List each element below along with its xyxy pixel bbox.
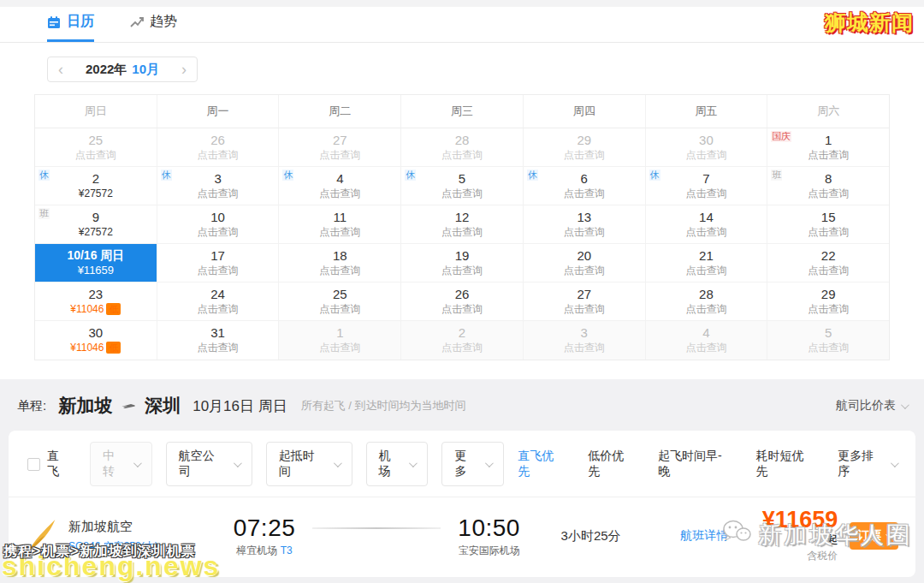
flight-duration: 3小时25分 (532, 528, 649, 544)
departure-block: 07:25 樟宜机场 T3 (222, 515, 308, 558)
transfer-filter-dropdown[interactable]: 中转 (90, 442, 152, 486)
day-query-label: 点击查询 (767, 148, 889, 162)
trip-note: 所有起飞 / 到达时间均为当地时间 (301, 398, 466, 413)
time-filter-label: 起抵时间 (279, 449, 327, 479)
calendar-cell-11[interactable]: 11点击查询 (279, 205, 401, 244)
calendar-cell-14[interactable]: 14点击查询 (646, 205, 768, 244)
calendar-cell-9[interactable]: 班9¥27572 (35, 205, 157, 244)
day-number: 17 (157, 248, 279, 263)
trip-type-label: 单程: (17, 398, 46, 414)
departure-time: 07:25 (222, 515, 308, 542)
calendar-cell-12[interactable]: 12点击查询 (401, 205, 524, 244)
calendar-cell-26[interactable]: 26点击查询 (401, 283, 524, 321)
direct-flight-checkbox[interactable] (27, 458, 40, 471)
calendar-cell-4[interactable]: 休4点击查询 (279, 167, 401, 205)
day-number: 29 (767, 287, 889, 301)
tab-bar: 日历 趋势 (0, 7, 924, 43)
chevron-down-icon (901, 401, 909, 409)
day-query-label: 点击查询 (401, 302, 523, 316)
trip-bar: 单程: 新加坡 深圳 10月16日 周日 所有起飞 / 到达时间均为当地时间 航… (0, 393, 924, 419)
calendar-cell-1[interactable]: 1点击查询 (279, 321, 401, 360)
airport-filter-dropdown[interactable]: 机场 (366, 442, 429, 486)
day-query-label: 点击查询 (524, 264, 645, 277)
calendar-cell-3[interactable]: 休3点击查询 (157, 167, 280, 205)
tax-note: 含税价 (759, 549, 838, 563)
tab-trend[interactable]: 趋势 (130, 13, 177, 42)
day-number: 2 (401, 325, 523, 340)
airline-filter-dropdown[interactable]: 航空公司 (166, 442, 252, 486)
calendar-cell-25[interactable]: 25点击查询 (35, 128, 157, 167)
calendar-week-row: 30¥11046低31点击查询1点击查询2点击查询3点击查询4点击查询5点击查询 (35, 321, 889, 360)
more-filter-dropdown[interactable]: 更多 (441, 442, 504, 486)
calendar-cell-18[interactable]: 18点击查询 (279, 244, 401, 283)
calendar-body: 25点击查询26点击查询27点击查询28点击查询29点击查询30点击查询国庆1点… (35, 128, 889, 360)
calendar-cell-22[interactable]: 22点击查询 (767, 244, 889, 283)
day-number: 20 (524, 248, 645, 263)
day-query-label: 点击查询 (646, 341, 767, 354)
day-number: 4 (646, 325, 767, 340)
top-strip (0, 0, 924, 7)
calendar-cell-29[interactable]: 29点击查询 (524, 128, 646, 167)
day-number: 30 (35, 325, 157, 340)
sort-options: 直飞优先低价优先起飞时间早-晚耗时短优先更多排序 (518, 449, 897, 479)
calendar-cell-17[interactable]: 17点击查询 (157, 244, 280, 283)
calendar-cell-1[interactable]: 国庆1点击查询 (767, 128, 889, 167)
tab-calendar[interactable]: 日历 (47, 13, 94, 42)
calendar-cell-25[interactable]: 25点击查询 (279, 283, 401, 321)
next-month-icon[interactable]: › (181, 62, 187, 77)
day-price: ¥11659 (35, 264, 157, 277)
calendar-cell-3[interactable]: 3点击查询 (524, 321, 646, 360)
day-number: 4 (279, 171, 400, 186)
day-query-label: 点击查询 (279, 302, 400, 316)
sort-option-label: 起飞时间早-晚 (658, 449, 733, 479)
calendar-cell-29[interactable]: 29点击查询 (767, 283, 889, 321)
day-number: 19 (401, 248, 523, 263)
calendar-cell-27[interactable]: 27点击查询 (524, 283, 646, 321)
calendar-cell-30[interactable]: 30¥11046低 (35, 321, 157, 360)
time-filter-dropdown[interactable]: 起抵时间 (266, 442, 352, 486)
day-query-label: 点击查询 (279, 148, 400, 162)
sort-option-起飞时间早-晚[interactable]: 起飞时间早-晚 (658, 449, 733, 479)
calendar-cell-26[interactable]: 26点击查询 (157, 128, 280, 167)
watermark-community-text: 新加坡华人圈 (758, 520, 912, 550)
calendar-cell-28[interactable]: 28点击查询 (401, 128, 524, 167)
calendar-cell-4[interactable]: 4点击查询 (646, 321, 768, 360)
calendar-cell-13[interactable]: 13点击查询 (524, 205, 646, 244)
chevron-down-icon (485, 459, 494, 467)
sort-option-label: 直飞优先 (518, 449, 566, 479)
day-query-label: 点击查询 (524, 187, 645, 200)
prev-month-icon[interactable]: ‹ (58, 62, 63, 77)
calendar-cell-21[interactable]: 21点击查询 (646, 244, 768, 283)
calendar-cell-10[interactable]: 10点击查询 (157, 205, 280, 244)
sort-option-直飞优先[interactable]: 直飞优先 (518, 449, 566, 479)
calendar-cell-8[interactable]: 班8点击查询 (767, 167, 889, 205)
day-query-label: 点击查询 (157, 187, 279, 200)
sort-option-耗时短优先[interactable]: 耗时短优先 (755, 449, 815, 479)
calendar-cell-6[interactable]: 休6点击查询 (524, 167, 646, 205)
calendar-cell-5[interactable]: 休5点击查询 (401, 167, 524, 205)
calendar-weekday-header: 周六 (767, 95, 889, 128)
calendar-cell-2[interactable]: 休2¥27572 (35, 167, 157, 205)
airline-compare-link[interactable]: 航司比价表 (836, 398, 907, 413)
calendar-cell-31[interactable]: 31点击查询 (157, 321, 280, 360)
calendar-cell-27[interactable]: 27点击查询 (279, 128, 401, 167)
calendar-cell-20[interactable]: 20点击查询 (524, 244, 646, 283)
day-number: 31 (157, 325, 279, 340)
calendar-cell-24[interactable]: 24点击查询 (157, 283, 280, 321)
arrival-block: 10:50 宝安国际机场 (446, 515, 532, 558)
day-query-label: 点击查询 (646, 225, 767, 239)
airline-filter-label: 航空公司 (179, 449, 227, 479)
sort-option-更多排序[interactable]: 更多排序 (838, 449, 897, 479)
calendar-week-row: 25点击查询26点击查询27点击查询28点击查询29点击查询30点击查询国庆1点… (35, 128, 889, 167)
calendar-cell-2[interactable]: 2点击查询 (401, 321, 524, 360)
calendar-cell-15[interactable]: 15点击查询 (767, 205, 889, 244)
calendar-cell-28[interactable]: 28点击查询 (646, 283, 768, 321)
calendar-cell-19[interactable]: 19点击查询 (401, 244, 524, 283)
calendar-cell-10-16-周日[interactable]: 10/16 周日¥11659 (35, 244, 157, 283)
calendar-cell-7[interactable]: 休7点击查询 (646, 167, 768, 205)
calendar-cell-5[interactable]: 5点击查询 (767, 321, 889, 360)
day-query-label: 点击查询 (279, 187, 400, 200)
calendar-cell-30[interactable]: 30点击查询 (646, 128, 768, 167)
sort-option-低价优先[interactable]: 低价优先 (588, 449, 636, 479)
calendar-cell-23[interactable]: 23¥11046低 (35, 283, 157, 321)
